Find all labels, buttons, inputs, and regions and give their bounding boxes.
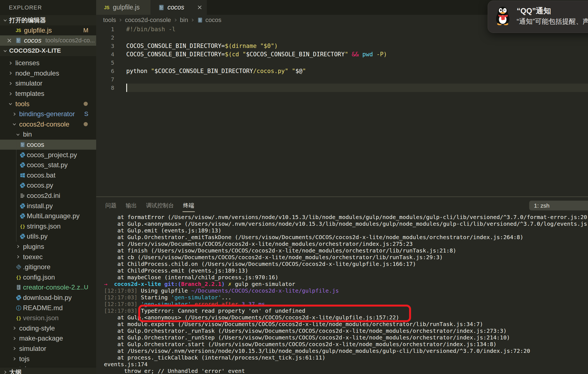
tab-gulpfile.js[interactable]: JSgulpfile.js xyxy=(96,0,150,15)
tree-item-strings.json[interactable]: {}strings.json xyxy=(0,221,96,232)
project-section-header[interactable]: COCOS2D-X-LITE xyxy=(0,46,96,56)
terminal-line-19: at Gulp.Orchestrator._runStep (/Users/vi… xyxy=(104,334,588,341)
tree-item-.gitignore[interactable]: .gitignore xyxy=(0,262,96,272)
tree-item-README.md[interactable]: README.md xyxy=(0,303,96,313)
tree-item-node_modules[interactable]: node_modules xyxy=(0,68,96,79)
tree-item-templates[interactable]: templates xyxy=(0,89,96,99)
close-icon[interactable] xyxy=(197,5,202,10)
svg-text:JS: JS xyxy=(104,5,110,10)
terminal-line-21: at /Users/visow/.nvm/versions/node/v10.1… xyxy=(104,348,588,354)
tree-item-make-package[interactable]: make-package xyxy=(0,333,96,344)
project-header-label: COCOS2D-X-LITE xyxy=(9,47,61,54)
tree-item-simulator[interactable]: simulator xyxy=(0,78,96,89)
js-file-icon: JS xyxy=(103,4,110,11)
tree-item-install.py[interactable]: install.py xyxy=(0,201,96,211)
close-icon[interactable] xyxy=(7,38,15,43)
terminal-line-10: at maybeClose (internal/child_process.js… xyxy=(104,274,588,281)
tree-item-MultiLanguage.py[interactable]: MultiLanguage.py xyxy=(0,211,96,221)
terminal-line-8: at ChildProcess.child.on (/Users/visow/D… xyxy=(104,261,588,267)
tree-item-coding-style[interactable]: coding-style xyxy=(0,323,96,333)
code-editor[interactable]: 1#!/bin/bash -l23COCOS_CONSOLE_BIN_DIREC… xyxy=(96,25,588,196)
tree-item-label: plugins xyxy=(23,243,44,251)
tree-item-tools[interactable]: tools xyxy=(0,99,96,109)
tree-item-utils.py[interactable]: utils.py xyxy=(0,231,96,242)
chevron-right-icon xyxy=(8,81,15,86)
panel-tab-输出[interactable]: 输出 xyxy=(125,198,137,213)
breadcrumb-item-cocos[interactable]: cocos xyxy=(205,16,221,24)
chevron-right-icon xyxy=(8,61,15,65)
code-line-7: 7 xyxy=(96,75,588,84)
tree-item-cocos_stat.py[interactable]: cocos_stat.py xyxy=(0,160,96,170)
tree-item-cocos2d.ini[interactable]: cocos2d.ini xyxy=(0,191,96,201)
git-status-badge: S xyxy=(84,110,88,118)
open-editor-label: cocos xyxy=(24,37,42,44)
terminal-line-3: at Gulp.emit (events.js:189:13) xyxy=(104,227,588,234)
tree-item-cocos.py[interactable]: cocos.py xyxy=(0,180,96,191)
tree-item-cocos2d-console[interactable]: cocos2d-console xyxy=(0,119,96,130)
tree-item-label: toexec xyxy=(23,253,43,261)
tree-item-label: tojs xyxy=(19,355,30,363)
open-editor-path: tools/cocos2d-co... xyxy=(45,37,95,44)
git-file-icon xyxy=(16,264,23,270)
outline-section-header[interactable]: 大纲 xyxy=(0,367,96,374)
qq-notification[interactable]: “QQ”通知 “通知”可能包括提醒、声音 xyxy=(488,1,588,33)
open-editors-section-header[interactable]: 打开的编辑器 xyxy=(0,15,96,25)
json-file-icon: {} xyxy=(20,223,27,229)
panel-tab-调试控制台[interactable]: 调试控制台 xyxy=(145,198,174,213)
chevron-right-icon xyxy=(8,71,15,76)
tree-item-cocos_project.py[interactable]: cocos_project.py xyxy=(0,150,96,160)
open-editor-item-cocos[interactable]: cocostools/cocos2d-co... xyxy=(0,35,96,46)
open-editor-item-gulpfile.js[interactable]: JSgulpfile.jsM xyxy=(0,25,96,36)
tree-item-cocos.bat[interactable]: cocos.bat xyxy=(0,170,96,181)
terminal-line-23: events.js:174 xyxy=(104,361,588,368)
tree-item-label: bin xyxy=(23,130,32,138)
terminal-line-22: at process._tickCallback (internal/proce… xyxy=(104,354,588,361)
terminal-line-13: [12:17:03] Starting 'gen-simulator'... xyxy=(104,294,588,301)
panel-tab-问题[interactable]: 问题 xyxy=(105,198,117,213)
terminal-line-5: at /Users/visow/Documents/COCOS/cocos2d-… xyxy=(104,241,588,247)
svg-text:{}: {} xyxy=(20,224,25,229)
breadcrumb-item-tools[interactable]: tools xyxy=(103,16,116,24)
tree-item-toexec[interactable]: toexec xyxy=(0,252,96,262)
tree-item-label: simulator xyxy=(19,345,46,353)
tree-item-label: cocos_stat.py xyxy=(27,161,68,169)
breadcrumb-item-cocos2d-console[interactable]: cocos2d-console xyxy=(125,16,171,24)
terminal-line-12: [12:17:03] Using gulpfile ~/Documents/CO… xyxy=(104,287,588,294)
terminal-shell-selector[interactable]: 1: zsh xyxy=(529,201,588,210)
breadcrumb-item-bin[interactable]: bin xyxy=(180,16,188,24)
code-line-5: 5 xyxy=(96,59,588,67)
tree-item-version.json[interactable]: {}version.json xyxy=(0,313,96,323)
tree-item-licenses[interactable]: licenses xyxy=(0,58,96,68)
tree-item-label: simulator xyxy=(15,79,42,87)
tree-item-label: README.md xyxy=(23,304,63,312)
code-text: COCOS_CONSOLE_BIN_DIRECTORY=$(dirname "$… xyxy=(126,42,278,50)
notification-title: “QQ”通知 xyxy=(517,6,551,16)
tree-item-label: bindings-generator xyxy=(19,110,75,118)
ini-file-icon xyxy=(20,193,27,199)
doc-file-icon xyxy=(158,4,165,11)
code-text: #!/bin/bash -l xyxy=(126,25,176,33)
tree-item-bin[interactable]: bin xyxy=(0,129,96,140)
tree-item-creator-console-2.z...[interactable]: creator-console-2.z...U xyxy=(0,282,96,293)
tree-indent-guide xyxy=(16,140,16,242)
git-status-badge: U xyxy=(84,284,88,291)
file-tree: licensesnode_modulessimulatortemplatesto… xyxy=(0,58,96,374)
tree-item-cocos[interactable]: cocos xyxy=(0,140,96,150)
panel-tab-终端[interactable]: 终端 xyxy=(183,198,195,213)
terminal-output[interactable]: at formatError (/Users/visow/.nvm/versio… xyxy=(104,214,588,374)
tree-item-simulator[interactable]: simulator xyxy=(0,344,96,354)
json-file-icon: {} xyxy=(16,315,23,321)
tree-item-config.json[interactable]: {}config.json xyxy=(0,272,96,282)
tree-item-tojs[interactable]: tojs xyxy=(0,354,96,364)
py-file-icon xyxy=(20,182,27,188)
tree-item-download-bin.py[interactable]: download-bin.py xyxy=(0,293,96,303)
tab-cocos[interactable]: cocos xyxy=(150,0,207,15)
terminal-line-11: → cocos2d-x-lite git:(Branch_2.2.1) ✗ gu… xyxy=(104,281,588,287)
line-number: 1 xyxy=(96,25,114,33)
code-text: python "$COCOS_CONSOLE_BIN_DIRECTORY/coc… xyxy=(126,67,306,75)
open-editors-list: JSgulpfile.jsMcocostools/cocos2d-co... xyxy=(0,25,96,46)
tree-item-bindings-generator[interactable]: bindings-generatorS xyxy=(0,109,96,119)
chevron-right-icon xyxy=(12,346,19,351)
tree-item-plugins[interactable]: plugins xyxy=(0,242,96,252)
git-modified-dot-badge xyxy=(84,102,88,106)
